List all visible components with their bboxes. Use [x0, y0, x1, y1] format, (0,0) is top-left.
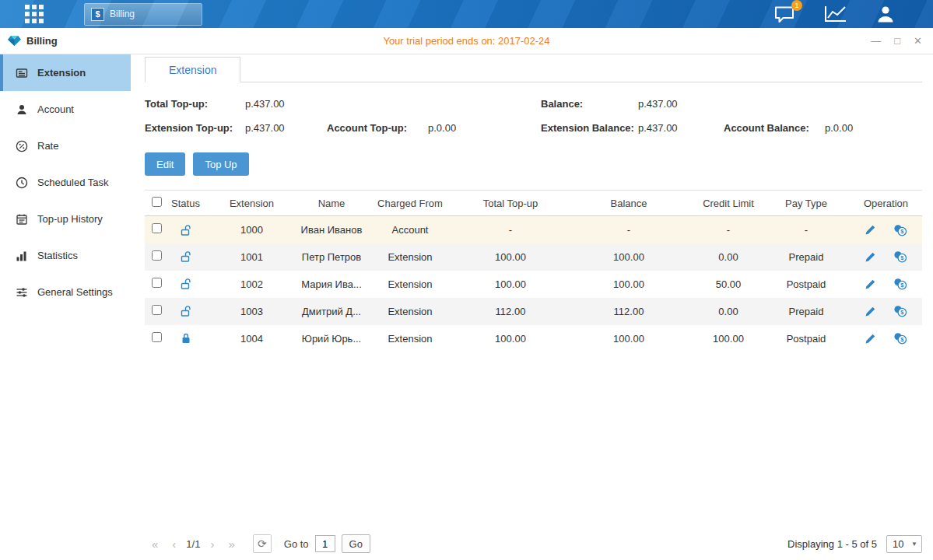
cell-balance: 112.00: [563, 298, 694, 325]
tab-extension[interactable]: Extension: [145, 57, 240, 82]
status-unlocked-icon[interactable]: [180, 224, 192, 236]
chat-icon[interactable]: 1: [773, 5, 796, 24]
app-grid-icon[interactable]: [25, 5, 44, 23]
sidebar-item-extension[interactable]: Extension: [0, 54, 131, 91]
last-page-icon[interactable]: »: [221, 537, 241, 551]
header-pay-type: Pay Type: [763, 191, 850, 216]
topup-icon[interactable]: $: [893, 332, 907, 345]
window-titlebar: Billing Your trial period ends on: 2017-…: [0, 28, 933, 54]
sidebar-item-scheduled-task[interactable]: Scheduled Task: [0, 164, 131, 201]
extension-icon: [15, 67, 29, 79]
edit-button[interactable]: Edit: [145, 152, 185, 176]
cell-extension: 1004: [203, 325, 300, 352]
sidebar-item-label: Extension: [37, 67, 86, 79]
topup-icon[interactable]: $: [893, 224, 907, 236]
page-size-value: 10: [893, 538, 903, 550]
sidebar-item-topup-history[interactable]: Top-up History: [0, 201, 131, 237]
edit-icon[interactable]: [865, 278, 876, 290]
go-button[interactable]: Go: [342, 534, 370, 553]
refresh-icon[interactable]: ⟳: [253, 534, 272, 553]
header-charged-from: Charged From: [363, 191, 458, 216]
trial-notice: Your trial period ends on: 2017-02-24: [0, 35, 933, 47]
cell-pay-type: Postpaid: [763, 271, 850, 298]
edit-icon[interactable]: [865, 251, 876, 263]
sidebar-item-account[interactable]: Account: [0, 91, 131, 128]
first-page-icon[interactable]: «: [145, 537, 165, 551]
user-icon[interactable]: [875, 4, 896, 24]
tab-bar: Extension: [145, 57, 922, 82]
row-checkbox[interactable]: [152, 332, 162, 342]
cell-balance: 100.00: [563, 271, 694, 298]
select-all-checkbox[interactable]: [152, 197, 162, 207]
extension-table: Status Extension Name Charged From Total…: [145, 190, 922, 352]
cell-pay-type: Postpaid: [763, 325, 850, 352]
edit-icon[interactable]: [865, 306, 876, 317]
cell-charged-from: Account: [363, 216, 458, 243]
minimize-icon[interactable]: —: [871, 36, 881, 46]
tab-label: Extension: [169, 64, 216, 76]
cell-extension: 1000: [203, 216, 300, 243]
status-unlocked-icon[interactable]: [180, 278, 192, 290]
status-unlocked-icon[interactable]: [180, 305, 192, 317]
header-balance: Balance: [563, 191, 694, 216]
topup-icon[interactable]: $: [893, 305, 907, 317]
header-total-topup: Total Top-up: [458, 191, 563, 216]
sidebar-item-label: Statistics: [37, 250, 78, 261]
sidebar-item-rate[interactable]: Rate: [0, 128, 131, 164]
status-unlocked-icon[interactable]: [180, 250, 192, 263]
billing-dollar-icon: $: [91, 8, 104, 21]
chart-icon[interactable]: [824, 5, 847, 23]
cell-total-topup: -: [458, 216, 563, 243]
account-topup-value: p.0.00: [428, 122, 541, 134]
goto-label: Go to: [284, 538, 309, 550]
top-up-button[interactable]: Top Up: [193, 152, 248, 176]
table-row: 1004 Юрий Юрь... Extension 100.00 100.00…: [145, 325, 922, 352]
cell-total-topup: 100.00: [458, 325, 563, 352]
edit-icon[interactable]: [865, 333, 876, 345]
cell-name: Мария Ива...: [300, 271, 363, 298]
close-icon[interactable]: ✕: [914, 36, 922, 46]
cell-pay-type: -: [763, 216, 850, 243]
window-title: Billing: [26, 35, 58, 47]
cell-credit-limit: 100.00: [694, 325, 763, 352]
scheduled-task-icon: [15, 177, 29, 189]
page-size-select[interactable]: 10 ▼: [886, 535, 922, 553]
account-icon: [15, 103, 29, 116]
edit-icon[interactable]: [865, 224, 876, 236]
account-balance-value: p.0.00: [825, 122, 853, 134]
sidebar-item-general-settings[interactable]: General Settings: [0, 274, 131, 310]
topup-icon[interactable]: $: [893, 278, 907, 290]
cell-charged-from: Extension: [363, 325, 458, 352]
row-checkbox[interactable]: [152, 250, 162, 261]
header-name: Name: [300, 191, 363, 216]
chat-badge: 1: [791, 0, 802, 11]
billing-summary: Total Top-up: p.437.00 Balance: p.437.00…: [145, 92, 922, 140]
cell-charged-from: Extension: [363, 271, 458, 298]
prev-page-icon[interactable]: ‹: [165, 537, 183, 551]
cell-credit-limit: -: [694, 216, 763, 243]
row-checkbox[interactable]: [152, 223, 162, 233]
balance-value: p.437.00: [638, 98, 678, 110]
row-checkbox[interactable]: [152, 305, 162, 315]
total-topup-value: p.437.00: [245, 98, 541, 110]
header-extension: Extension: [203, 191, 300, 216]
extension-balance-label: Extension Balance:: [541, 122, 638, 134]
cell-total-topup: 100.00: [458, 271, 563, 298]
cell-name: Юрий Юрь...: [300, 325, 363, 352]
next-page-icon[interactable]: ›: [203, 537, 221, 551]
cell-total-topup: 112.00: [458, 298, 563, 325]
pagination-bar: « ‹ 1/1 › » ⟳ Go to Go Displaying 1 - 5 …: [145, 534, 922, 553]
taskbar-item-label: Billing: [110, 9, 135, 19]
total-topup-label: Total Top-up:: [145, 98, 245, 110]
status-locked-icon[interactable]: [180, 332, 192, 345]
sidebar-item-label: Scheduled Task: [37, 177, 109, 188]
maximize-icon[interactable]: □: [894, 36, 900, 46]
goto-page-input[interactable]: [315, 535, 335, 552]
row-checkbox[interactable]: [152, 278, 162, 288]
taskbar-item-billing[interactable]: $ Billing: [84, 3, 202, 26]
topup-icon[interactable]: $: [893, 250, 907, 263]
sidebar-item-label: General Settings: [37, 286, 113, 298]
topup-history-icon: [15, 213, 29, 226]
sidebar-item-label: Rate: [37, 140, 58, 152]
sidebar-item-statistics[interactable]: Statistics: [0, 237, 131, 274]
